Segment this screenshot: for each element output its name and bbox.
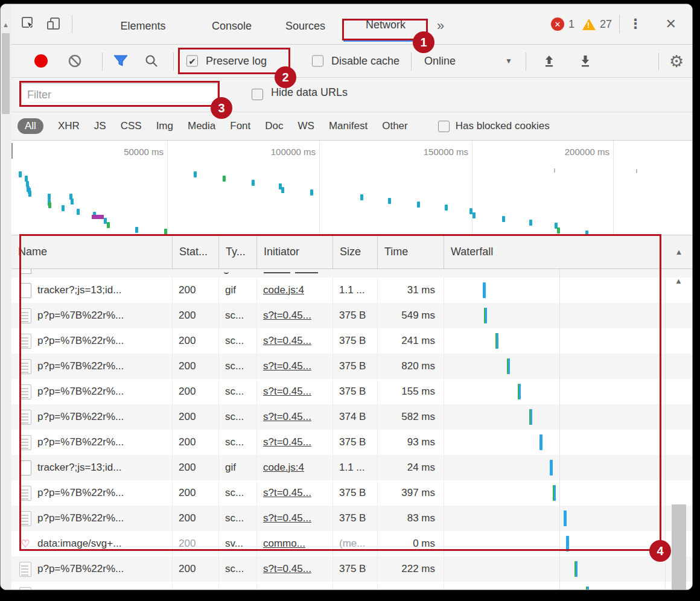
filter-pill-all[interactable]: All <box>18 118 43 134</box>
more-tabs-chevron[interactable]: » <box>437 10 444 42</box>
initiator-link[interactable]: s?t=0.45... <box>263 386 311 398</box>
cell-waterfall[interactable] <box>444 404 666 430</box>
filter-pill-js[interactable]: JS <box>94 120 106 132</box>
table-row[interactable]: ♡data:image/svg+...200sv...commo...(me..… <box>11 531 692 556</box>
table-row-partial[interactable] <box>11 269 692 278</box>
tab-console[interactable]: Console <box>196 10 268 42</box>
filter-pill-img[interactable]: Img <box>156 120 173 132</box>
network-settings-gear-icon[interactable]: ⚙ <box>669 52 684 71</box>
table-row[interactable]: p?p=%7B%22r%...200sc...s?t=0.45...376 B1… <box>11 582 692 590</box>
initiator-link[interactable]: commo... <box>263 538 305 550</box>
cell-waterfall[interactable] <box>444 531 666 556</box>
table-row[interactable]: p?p=%7B%22r%...200sc...s?t=0.45...375 B9… <box>11 430 692 455</box>
disable-cache-checkbox[interactable] <box>312 56 323 67</box>
cell-waterfall[interactable] <box>444 556 666 582</box>
initiator-link[interactable]: code.js:4 <box>263 284 304 296</box>
throttling-caret-icon[interactable]: ▼ <box>505 57 512 65</box>
cell-name[interactable]: tracker?;js=13;id... <box>11 278 173 303</box>
initiator-link[interactable]: s?t=0.45... <box>263 360 311 372</box>
table-header[interactable]: NameStat...Ty...InitiatorSizeTimeWaterfa… <box>11 235 692 269</box>
initiator-link[interactable]: s?t=0.45... <box>263 588 311 590</box>
cell-name[interactable]: p?p=%7B%22r%... <box>11 404 173 430</box>
initiator-link[interactable]: s?t=0.45... <box>263 310 311 322</box>
cell-name[interactable]: p?p=%7B%22r%... <box>11 303 173 328</box>
cell-name[interactable]: ♡data:image/svg+... <box>11 531 173 556</box>
tab-network[interactable]: Network <box>343 10 428 42</box>
table-row[interactable]: p?p=%7B%22r%...200sc...s?t=0.45...375 B8… <box>11 354 692 379</box>
table-row[interactable]: tracker?;js=13;id...200gifcode.js:41.1 .… <box>11 278 692 303</box>
initiator-link[interactable]: s?t=0.45... <box>263 335 311 347</box>
initiator-link[interactable]: s?t=0.45... <box>263 436 311 448</box>
cell-waterfall[interactable] <box>444 379 666 404</box>
scrollbar-thumb[interactable] <box>2 33 10 114</box>
filter-pill-media[interactable]: Media <box>188 120 215 132</box>
cell-waterfall[interactable] <box>444 328 666 354</box>
table-scrollbar-thumb[interactable] <box>672 504 686 590</box>
scrollbar-up-icon[interactable]: ▲ <box>2 21 9 28</box>
column-header-stat[interactable]: Stat... <box>173 235 219 269</box>
column-header-ty[interactable]: Ty... <box>219 235 257 269</box>
tab-sources[interactable]: Sources <box>269 10 342 42</box>
filter-pill-font[interactable]: Font <box>230 120 250 132</box>
cell-name[interactable]: p?p=%7B%22r%... <box>11 480 173 506</box>
cell-name[interactable]: p?p=%7B%22r%... <box>11 328 173 354</box>
table-row[interactable]: p?p=%7B%22r%...200sc...s?t=0.45...375 B8… <box>11 506 692 531</box>
filter-pill-doc[interactable]: Doc <box>265 120 283 132</box>
tab-elements[interactable]: Elements <box>104 10 182 42</box>
table-row[interactable]: p?p=%7B%22r%...200sc...s?t=0.45...375 B2… <box>11 556 692 582</box>
filter-pill-xhr[interactable]: XHR <box>58 120 80 132</box>
hide-data-urls-checkbox[interactable] <box>252 89 263 100</box>
table-row[interactable]: p?p=%7B%22r%...200sc...s?t=0.45...375 B1… <box>11 379 692 404</box>
cell-waterfall[interactable] <box>444 278 666 303</box>
cell-waterfall[interactable] <box>444 430 666 455</box>
initiator-link[interactable]: s?t=0.45... <box>263 411 311 423</box>
table-row[interactable]: tracker?;js=13;id...200gifcode.js:41.1 .… <box>11 455 692 480</box>
table-scrollbar[interactable]: ▲ <box>670 269 689 590</box>
throttling-select[interactable]: Online <box>424 55 456 68</box>
filter-pill-manifest[interactable]: Manifest <box>329 120 368 132</box>
table-row[interactable]: p?p=%7B%22r%...200sc...s?t=0.45...375 B3… <box>11 480 692 506</box>
column-header-initiator[interactable]: Initiator <box>257 235 333 269</box>
initiator-link[interactable]: s?t=0.45... <box>263 563 311 575</box>
preserve-log-checkbox[interactable]: ✔ <box>186 56 198 67</box>
inspect-element-icon[interactable] <box>20 15 37 32</box>
cell-name[interactable]: p?p=%7B%22r%... <box>11 379 173 404</box>
cell-waterfall[interactable] <box>444 455 666 480</box>
table-row[interactable]: p?p=%7B%22r%...200sc...s?t=0.45...374 B5… <box>11 404 692 430</box>
cell-waterfall[interactable] <box>444 354 666 379</box>
cell-name[interactable]: tracker?;js=13;id... <box>11 455 173 480</box>
close-devtools-icon[interactable]: ✕ <box>666 4 676 44</box>
table-row[interactable]: p?p=%7B%22r%...200sc...s?t=0.45...375 B5… <box>11 303 692 328</box>
table-row[interactable]: p?p=%7B%22r%...200sc...s?t=0.45...375 B2… <box>11 328 692 354</box>
devtools-menu-icon[interactable]: ⋮ <box>629 4 642 44</box>
initiator-link[interactable]: s?t=0.45... <box>263 512 311 524</box>
cell-waterfall[interactable] <box>444 506 666 531</box>
sort-asc-icon[interactable]: ▲ <box>666 235 692 269</box>
cell-name[interactable]: p?p=%7B%22r%... <box>11 582 173 590</box>
page-scrollbar[interactable]: ▲ <box>1 4 12 590</box>
cell-waterfall[interactable] <box>444 480 666 506</box>
console-status[interactable]: ✕ 1 27 <box>551 4 612 44</box>
record-button[interactable] <box>34 54 48 68</box>
cell-waterfall[interactable] <box>444 582 666 590</box>
clear-button[interactable] <box>68 54 82 68</box>
filter-input[interactable]: Filter <box>21 83 218 107</box>
cell-name[interactable]: p?p=%7B%22r%... <box>11 354 173 379</box>
has-blocked-cookies-checkbox[interactable] <box>438 121 450 132</box>
cell-waterfall[interactable] <box>444 303 666 328</box>
filter-toggle-icon[interactable] <box>113 54 129 68</box>
search-icon[interactable] <box>144 54 159 68</box>
export-har-icon[interactable] <box>578 53 593 69</box>
initiator-link[interactable]: s?t=0.45... <box>263 487 311 499</box>
network-overview-timeline[interactable]: 50000 ms100000 ms150000 ms200000 ms <box>11 141 692 235</box>
column-header-time[interactable]: Time <box>378 235 444 269</box>
table-scrollbar-up-icon[interactable]: ▲ <box>675 276 682 285</box>
filter-pill-css[interactable]: CSS <box>121 120 142 132</box>
column-header-name[interactable]: Name <box>11 235 173 269</box>
cell-name[interactable]: p?p=%7B%22r%... <box>11 430 173 455</box>
cell-name[interactable]: p?p=%7B%22r%... <box>11 556 173 582</box>
column-header-waterfall[interactable]: Waterfall <box>444 235 666 269</box>
initiator-link[interactable]: code.js:4 <box>263 462 304 474</box>
device-toolbar-icon[interactable] <box>45 15 62 32</box>
import-har-icon[interactable] <box>541 53 557 69</box>
